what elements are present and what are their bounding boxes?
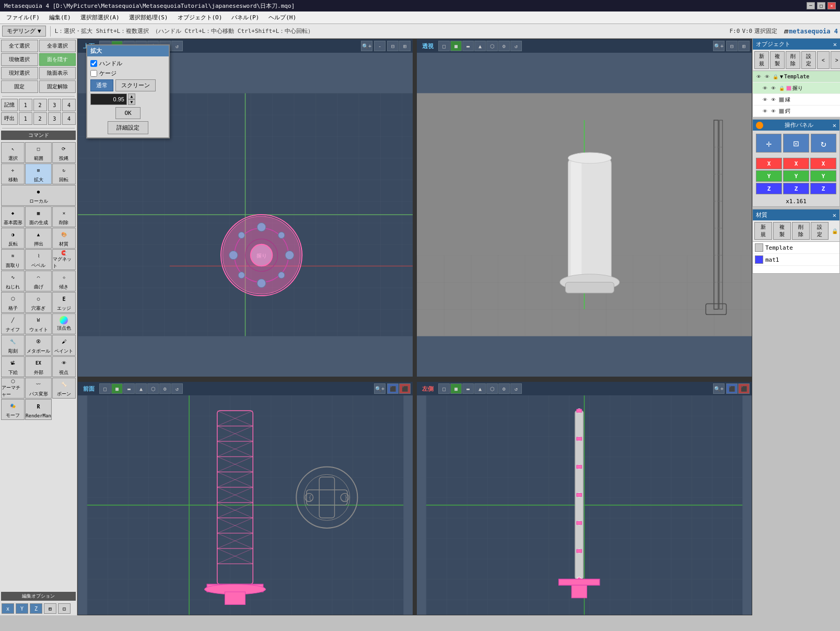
vp-side-by-side-btn[interactable]: ⊟ <box>387 41 399 51</box>
vpbr-settings-btn[interactable]: ⚙ <box>498 383 510 394</box>
op-axis-y-1[interactable]: Y <box>756 170 782 182</box>
vpbr-refresh-btn[interactable]: ↺ <box>510 383 522 394</box>
menu-edit[interactable]: 編集(E) <box>45 13 75 22</box>
cmd-fill-hole[interactable]: ○穴塞ぎ <box>25 292 52 313</box>
vpbl-red-btn[interactable]: ⬛ <box>399 383 411 394</box>
memory-slot-4[interactable]: 4 <box>62 99 76 111</box>
object-panel-close[interactable]: ✕ <box>833 41 837 48</box>
viewport-bottom-left-content[interactable]: } { <box>78 395 413 615</box>
object-delete-button[interactable]: 削除 <box>786 51 800 69</box>
popup-detail-btn[interactable]: 詳細設定 <box>108 121 148 134</box>
cmd-armature[interactable]: ⬡アーマチャー <box>1 378 25 399</box>
recall-slot-4[interactable]: 4 <box>62 112 76 125</box>
vpbr-wire-btn[interactable]: ▬ <box>462 383 474 394</box>
object-nav-prev-button[interactable]: < <box>817 51 830 69</box>
fix-button[interactable]: 固定 <box>1 80 38 93</box>
menu-select-area[interactable]: 選択部選択(A) <box>76 13 124 22</box>
viewport-bottom-right-content[interactable] <box>417 395 752 615</box>
cmd-tilt[interactable]: ⟐傾き <box>52 271 76 291</box>
op-axis-x-2[interactable]: X <box>783 158 809 169</box>
handle-checkbox[interactable] <box>90 60 97 67</box>
memory-slot-3[interactable]: 3 <box>48 99 62 111</box>
cmd-local[interactable]: ●ローカル <box>1 185 76 206</box>
vpbl-blue-btn[interactable]: ⬛ <box>387 383 399 394</box>
vpbr-solid-btn[interactable]: ▲ <box>474 383 486 394</box>
mat-delete-button[interactable]: 削除 <box>792 222 810 240</box>
cmd-renderman[interactable]: RRenderMan <box>25 399 52 420</box>
cmd-external[interactable]: EX外部 <box>25 356 52 377</box>
vpr-wire-btn[interactable]: ▬ <box>462 41 474 51</box>
cmd-face-gen[interactable]: ▦面の生成 <box>25 206 52 227</box>
deselect-all-button[interactable]: 全非選択 <box>39 40 76 52</box>
cmd-scale[interactable]: ⊞拡大 <box>25 163 52 184</box>
cmd-lasso[interactable]: ⟳投縄 <box>52 142 76 163</box>
vp-refresh-btn[interactable]: ↺ <box>171 41 183 51</box>
cmd-bend[interactable]: ⌒曲げ <box>25 271 52 291</box>
mat-item-template[interactable]: Template <box>753 242 839 254</box>
mat-new-button[interactable]: 新規 <box>754 222 772 240</box>
axis-y-button[interactable]: Y <box>16 603 28 614</box>
mode-screen-btn[interactable]: スクリーン <box>115 79 156 91</box>
object-item-tsuba[interactable]: 👁 👁 鍔 <box>753 106 840 117</box>
vpbr-rect-btn[interactable]: □ <box>438 383 450 394</box>
cmd-delete[interactable]: ✕削除 <box>52 206 76 227</box>
select-visible-button[interactable]: 現対選択 <box>1 67 38 79</box>
op-axis-y-2[interactable]: Y <box>783 170 809 182</box>
cmd-vertex-color[interactable]: 頂点色 <box>52 313 76 334</box>
viewport-top-right-content[interactable] <box>417 53 752 377</box>
cmd-flip[interactable]: ◑反転 <box>1 228 25 249</box>
cmd-move[interactable]: ✛移動 <box>1 163 25 184</box>
mat-item-mat1[interactable]: mat1 <box>753 254 839 266</box>
recall-slot-2[interactable]: 2 <box>33 112 47 125</box>
memory-slot-1[interactable]: 1 <box>19 99 32 111</box>
op-move-btn[interactable]: ✛ <box>756 134 781 153</box>
op-axis-y-3[interactable]: Y <box>810 170 836 182</box>
op-axis-z-1[interactable]: Z <box>756 183 782 194</box>
op-panel-close[interactable]: ✕ <box>833 122 836 129</box>
vpbl-shade-btn[interactable]: ⬡ <box>147 383 159 394</box>
mat-copy-button[interactable]: 複製 <box>773 222 791 240</box>
cmd-viewpoint[interactable]: 👁視点 <box>52 356 76 377</box>
hide-backface-button[interactable]: 陰面表示 <box>39 67 76 79</box>
op-axis-x-1[interactable]: X <box>756 158 782 169</box>
cmd-select[interactable]: ↖選択 <box>1 142 25 163</box>
cmd-magnet[interactable]: 🧲マグネット <box>52 249 76 270</box>
vpr-rect-btn[interactable]: □ <box>438 41 450 51</box>
mode-normal-btn[interactable]: 通常 <box>90 79 113 91</box>
material-panel-close[interactable]: ✕ <box>833 212 836 219</box>
cmd-morph[interactable]: 🎭モーフ <box>1 399 25 420</box>
op-axis-z-2[interactable]: Z <box>783 183 809 194</box>
vpr-zoom-in-btn[interactable]: 🔍+ <box>713 41 725 51</box>
cmd-weight[interactable]: Wウェイト <box>25 313 52 334</box>
cmd-sculpt[interactable]: 🔧彫刻 <box>1 335 25 356</box>
maximize-button[interactable]: □ <box>817 2 825 9</box>
viewport-top-right[interactable]: 透視 □ ■ ▬ ▲ ⬡ ⚙ ↺ 🔍+ ⊟ ⊞ <box>416 39 752 377</box>
cmd-background[interactable]: 📽下絵 <box>1 356 25 377</box>
axis-x-button[interactable]: x <box>2 603 14 614</box>
select-all-button[interactable]: 全て選択 <box>1 40 38 52</box>
snap-button[interactable]: ⊞ <box>44 603 56 614</box>
vpbl-refresh-btn[interactable]: ↺ <box>171 383 183 394</box>
vp-zoom-out-btn[interactable]: - <box>374 41 386 51</box>
viewport-bottom-left[interactable]: 前面 □ ■ ▬ ▲ ⬡ ⚙ ↺ 🔍+ ⬛ ⬛ <box>77 381 413 615</box>
vpr-refresh-btn[interactable]: ↺ <box>510 41 522 51</box>
minimize-button[interactable]: ─ <box>807 2 815 9</box>
vp-expand-btn[interactable]: ⊞ <box>399 41 411 51</box>
vpbr-fill-btn[interactable]: ■ <box>450 383 462 394</box>
cmd-metaball[interactable]: ⦿メタボール <box>25 335 52 356</box>
viewport-bottom-right[interactable]: 左側 □ ■ ▬ ▲ ⬡ ⚙ ↺ 🔍+ ⬛ ⬛ <box>416 381 752 615</box>
cage-checkbox[interactable] <box>90 70 97 77</box>
cmd-bevel[interactable]: ⌇ベベル <box>25 249 52 270</box>
select-object-button[interactable]: 現物選択 <box>1 53 38 66</box>
vpbl-wire-btn[interactable]: ▬ <box>123 383 135 394</box>
op-axis-x-3[interactable]: X <box>810 158 836 169</box>
vpbl-solid-btn[interactable]: ▲ <box>135 383 147 394</box>
popup-ok-btn[interactable]: OK <box>115 107 140 119</box>
vpbr-blue-btn[interactable]: ⬛ <box>726 383 738 394</box>
op-rotate-btn[interactable]: ↻ <box>811 134 836 153</box>
cmd-path[interactable]: 〰パス変形 <box>25 378 52 399</box>
vpr-shade-btn[interactable]: ⬡ <box>486 41 498 51</box>
cmd-paint[interactable]: 🖌ペイント <box>52 335 76 356</box>
cmd-chamfer[interactable]: ≋面取り <box>1 249 25 270</box>
vpr-fill-btn[interactable]: ■ <box>450 41 462 51</box>
